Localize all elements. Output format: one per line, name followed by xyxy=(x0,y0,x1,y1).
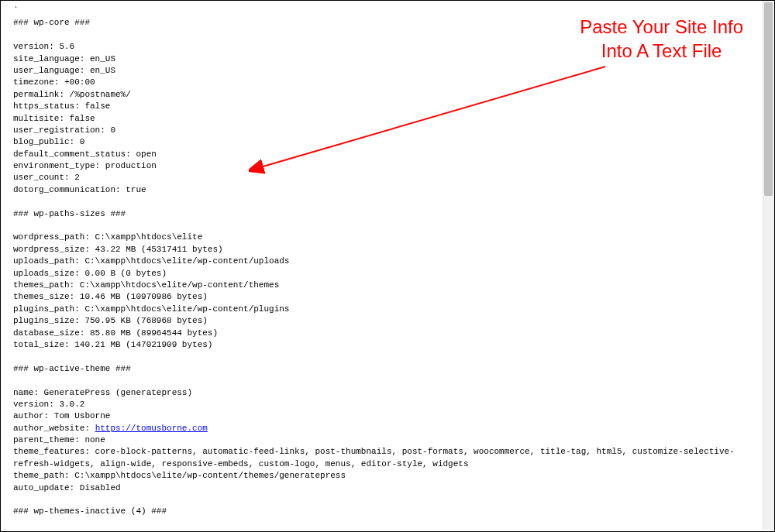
wp-core-line: timezone: +00:00 xyxy=(13,77,95,87)
wp-paths-line: uploads_size: 0.00 B (0 bytes) xyxy=(13,269,167,278)
theme-author-website-prefix: author_website: xyxy=(13,424,95,433)
theme-path-line: theme_path: C:\xampp\htdocs\elite/wp-con… xyxy=(13,471,346,480)
wp-paths-line: wordpress_size: 43.22 MB (45317411 bytes… xyxy=(13,245,223,254)
annotation-line2: Into A Text File xyxy=(580,39,743,63)
wp-core-line: dotorg_communication: true xyxy=(13,185,146,194)
wp-core-line: version: 5.6 xyxy=(13,42,74,51)
wp-active-theme-header: ### wp-active-theme ### xyxy=(13,364,131,373)
wp-core-line: user_registration: 0 xyxy=(13,125,115,135)
wp-paths-line: database_size: 85.80 MB (89964544 bytes) xyxy=(13,328,218,338)
theme-parent-line: parent_theme: none xyxy=(13,435,105,444)
wp-core-line: blog_public: 0 xyxy=(13,137,84,146)
wp-core-line: https_status: false xyxy=(13,101,110,111)
scrollbar-thumb[interactable] xyxy=(764,2,773,196)
theme-name-line: name: GeneratePress (generatepress) xyxy=(13,388,192,397)
scrollbar-track[interactable] xyxy=(763,1,774,530)
theme-author-line: author: Tom Usborne xyxy=(13,411,110,420)
wp-core-line: user_language: en_US xyxy=(13,66,115,75)
text-content-area[interactable]: ` ### wp-core ### version: 5.6 site_lang… xyxy=(1,1,763,531)
wp-paths-sizes-header: ### wp-paths-sizes ### xyxy=(13,209,126,218)
wp-core-line: permalink: /%postname%/ xyxy=(13,90,131,99)
wp-core-line: site_language: en_US xyxy=(13,54,115,63)
wp-paths-line: wordpress_path: C:\xampp\htdocs\elite xyxy=(13,232,202,242)
theme-version-line: version: 3.0.2 xyxy=(13,400,84,409)
wp-paths-line: themes_size: 10.46 MB (10970986 bytes) xyxy=(13,292,208,301)
wp-paths-line: uploads_path: C:\xampp\htdocs\elite/wp-c… xyxy=(13,256,289,266)
wp-core-line: multisite: false xyxy=(13,114,95,123)
theme-features-line: theme_features: core-block-patterns, aut… xyxy=(13,447,735,468)
wp-paths-line: themes_path: C:\xampp\htdocs\elite/wp-co… xyxy=(13,280,279,290)
wp-paths-line: total_size: 140.21 MB (147021909 bytes) xyxy=(13,340,212,349)
annotation-line1: Paste Your Site Info xyxy=(580,15,743,39)
wp-paths-line: plugins_size: 750.95 KB (768968 bytes) xyxy=(13,316,208,325)
wp-core-line: environment_type: production xyxy=(13,161,157,170)
wp-core-line: user_count: 2 xyxy=(13,173,80,182)
theme-auto-update-line: auto_update: Disabled xyxy=(13,483,121,493)
wp-core-header: ### wp-core ### xyxy=(13,18,90,27)
theme-author-website-link[interactable]: https://tomusborne.com xyxy=(95,424,208,433)
wp-themes-inactive-header: ### wp-themes-inactive (4) ### xyxy=(13,506,167,516)
wp-core-line: default_comment_status: open xyxy=(13,149,157,159)
annotation-overlay: Paste Your Site Info Into A Text File xyxy=(580,15,743,63)
wp-paths-line: plugins_path: C:\xampp\htdocs\elite/wp-c… xyxy=(13,304,289,314)
inactive-theme-line: Twenty Nineteen: version: 1.9, author: t… xyxy=(13,530,422,531)
